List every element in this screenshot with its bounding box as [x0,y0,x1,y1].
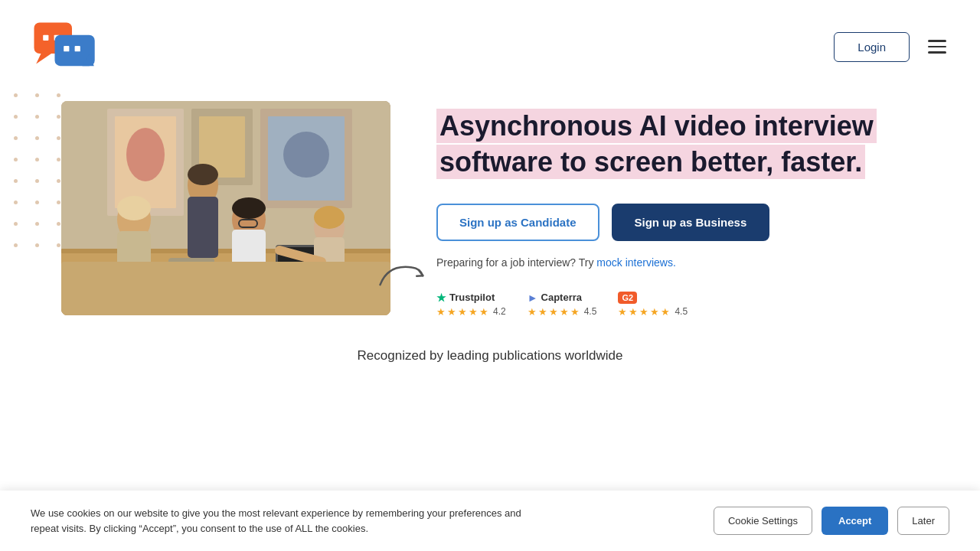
cookie-settings-button[interactable]: Cookie Settings [714,507,812,535]
signup-candidate-button[interactable]: Sign up as Candidate [436,204,599,241]
mock-interviews-link[interactable]: mock interviews. [596,256,675,269]
svg-rect-20 [230,262,268,285]
svg-rect-23 [268,283,345,287]
g2-rating: G2 ★ ★ ★ ★ ★ 4.5 [618,292,688,318]
signup-business-button[interactable]: Sign up as Business [612,204,770,241]
cookie-banner: We use cookies on our website to give yo… [0,491,980,551]
svg-rect-32 [314,237,345,295]
nav-right: Login [834,32,949,62]
recognized-text: Recognized by leading publications world… [31,348,949,364]
cookie-buttons: Cookie Settings Accept Later [714,507,949,535]
hero-title-line1: Asynchronous AI video interview [436,109,877,143]
bottom-section: Recognized by leading publications world… [0,333,980,364]
capterra-icon: ► [528,292,538,304]
cookie-message: We use cookies on our website to give yo… [31,506,551,536]
capterra-stars: ★ ★ ★ ★ ★ 4.5 [528,306,597,318]
hero-photo [61,101,390,315]
hero-buttons: Sign up as Candidate Sign up as Business [436,204,949,241]
hamburger-menu[interactable] [925,37,949,57]
svg-rect-7 [75,46,80,51]
hero-title: Asynchronous AI video interview software… [436,109,949,181]
cookie-later-button[interactable]: Later [897,507,949,535]
hero-image [61,101,390,315]
svg-marker-1 [36,54,51,64]
login-button[interactable]: Login [834,32,910,62]
svg-point-16 [283,132,329,178]
svg-point-34 [188,164,218,185]
svg-point-36 [314,206,345,229]
cookie-accept-button[interactable]: Accept [822,507,888,535]
g2-icon: G2 [618,292,637,304]
svg-point-13 [126,128,165,181]
svg-point-35 [232,197,266,219]
hero-section: Asynchronous AI video interview software… [0,93,980,333]
svg-rect-19 [168,258,214,289]
svg-rect-25 [117,231,151,300]
logo-icon [31,12,100,81]
navbar: Login [0,0,980,93]
trustpilot-rating: ★ Trustpilot ★ ★ ★ ★ ★ 4.2 [436,292,506,318]
hero-photo-svg [61,101,390,315]
svg-rect-29 [232,230,266,291]
svg-point-33 [117,196,151,220]
trustpilot-logo: ★ Trustpilot [436,292,495,304]
g2-logo: G2 [618,292,637,304]
hero-subtext: Preparing for a job interview? Try mock … [436,256,949,269]
svg-rect-6 [64,46,69,51]
hero-content: Asynchronous AI video interview software… [436,101,949,318]
logo[interactable] [31,12,100,81]
hero-title-line2: software to screen better, faster. [436,145,865,179]
ratings-row: ★ Trustpilot ★ ★ ★ ★ ★ 4.2 ► Capterra [436,292,949,318]
capterra-logo: ► Capterra [528,292,582,304]
capterra-rating: ► Capterra ★ ★ ★ ★ ★ 4.5 [528,292,597,318]
svg-rect-27 [188,197,218,258]
trustpilot-icon: ★ [436,292,446,304]
svg-rect-2 [43,35,48,41]
g2-stars: ★ ★ ★ ★ ★ 4.5 [618,306,688,318]
trustpilot-stars: ★ ★ ★ ★ ★ 4.2 [436,306,506,318]
